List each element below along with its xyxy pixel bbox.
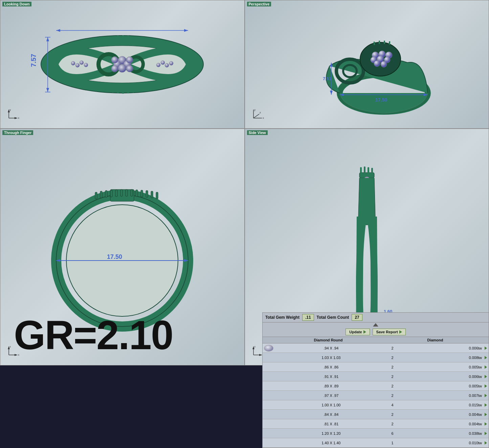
save-report-button[interactable]: Save Report [373,329,406,335]
svg-text:z: z [260,111,261,114]
svg-rect-26 [117,89,119,93]
gem-arrow-icon[interactable] [485,403,487,407]
total-gem-count-value: 27 [352,314,362,321]
axis-top-right: y x z [252,108,265,121]
gem-count: 2 [387,422,398,426]
gem-row: .84 X .8420.004tw [263,410,489,419]
viewport-label-top-right: Perspective [247,2,271,6]
gem-row: 1.03 X 1.0320.008tw [263,353,489,362]
gem-row-arrow[interactable] [483,356,489,359]
gem-weight: 0.004tw [398,412,483,417]
viewport-top-left[interactable]: Looking Down [0,0,245,129]
viewport-top-right[interactable]: Perspective [245,0,489,129]
update-button[interactable]: Update [346,329,370,335]
svg-text:z: z [9,345,11,348]
gem-size: .91 X .91 [275,375,387,379]
svg-text:x: x [18,353,19,356]
viewport-grid: Looking Down [0,0,489,365]
gem-row-arrow[interactable] [483,422,489,426]
gem-size: 1.03 X 1.03 [275,356,387,360]
svg-rect-92 [151,191,153,198]
gem-row-arrow[interactable] [483,441,489,445]
svg-rect-93 [156,192,158,199]
svg-marker-34 [46,88,49,92]
gem-count: 2 [387,394,398,398]
gem-row-arrow[interactable] [483,413,489,416]
gem-icon-cell [263,395,275,396]
gem-size: .84 X .84 [275,412,387,417]
gem-weight: 0.005tw [398,384,483,388]
gem-weight: 0.015tw [398,403,483,407]
svg-marker-33 [46,37,49,41]
gem-count: 2 [387,356,398,360]
gem-weight: 0.038tw [398,431,483,435]
ring-svg-top-right: 17.50 7.51 [275,5,458,124]
svg-rect-59 [379,41,380,44]
ring-view-top-right: 17.50 7.51 [245,0,489,128]
gem-row-arrow[interactable] [483,365,489,369]
gem-arrow-icon[interactable] [485,346,487,350]
svg-point-11 [126,65,133,72]
viewport-bottom-left[interactable]: Through Finger [0,129,245,365]
gem-weight: 0.004tw [398,422,483,426]
gem-icon-cell [263,344,275,352]
svg-rect-91 [146,191,148,197]
update-label: Update [349,330,362,334]
gem-arrow-icon[interactable] [485,422,487,426]
gem-weight: 0.007tw [398,394,483,398]
svg-rect-84 [110,190,112,197]
gem-size: .97 X .97 [275,394,387,398]
svg-rect-85 [115,190,117,197]
gem-row: 1.20 X 1.2060.038tw [263,429,489,438]
svg-rect-88 [131,189,133,196]
svg-point-9 [126,57,133,63]
svg-rect-22 [122,35,124,39]
save-report-label: Save Report [376,330,398,334]
svg-point-16 [161,61,165,65]
arrow-up-icon[interactable] [373,323,378,327]
gem-count: 2 [387,384,398,388]
svg-text:z: z [254,345,255,348]
gem-arrow-icon[interactable] [485,384,487,388]
gem-row-arrow[interactable] [483,394,489,397]
gem-count: 2 [387,375,398,379]
gem-arrow-icon[interactable] [485,413,487,416]
ring-view-top-left: 7.57 [0,0,244,128]
svg-point-8 [111,57,118,63]
svg-marker-68 [330,91,333,95]
gem-table-header: Diamond Round Diamond [263,337,489,343]
gem-size: .89 X .89 [275,384,387,388]
svg-text:y: y [9,108,11,111]
gem-icon-cell [263,414,275,415]
gem-arrow-icon[interactable] [485,375,487,378]
ring-svg-bottom-left: 17.50 [41,156,203,338]
gem-row-arrow[interactable] [483,432,489,435]
svg-marker-103 [15,354,17,356]
gem-arrow-icon[interactable] [485,365,487,369]
viewport-label-bottom-left: Through Finger [2,130,33,135]
gem-size: .81 X .81 [275,422,387,426]
svg-rect-27 [122,90,124,94]
panel-arrow-up[interactable] [263,322,489,327]
gem-arrow-icon[interactable] [485,432,487,435]
gem-arrow-icon[interactable] [485,441,487,445]
gem-icon [264,345,273,352]
gem-arrow-icon[interactable] [485,356,487,359]
gem-count: 2 [387,412,398,417]
gem-row-arrow[interactable] [483,375,489,378]
svg-line-111 [359,217,360,325]
svg-rect-89 [136,190,138,197]
gem-row-arrow[interactable] [483,346,489,350]
gem-size: 1.40 X 1.40 [275,441,387,445]
svg-point-12 [80,61,84,65]
svg-point-56 [374,61,380,67]
gem-icon-cell [263,366,275,368]
gem-icon-cell [263,404,275,406]
svg-rect-82 [100,191,102,198]
gem-arrow-icon[interactable] [485,394,487,397]
gem-row-arrow[interactable] [483,384,489,388]
axis-bottom-left: z x [7,345,21,358]
svg-rect-106 [364,166,365,173]
svg-point-17 [156,63,160,67]
gem-row-arrow[interactable] [483,403,489,407]
